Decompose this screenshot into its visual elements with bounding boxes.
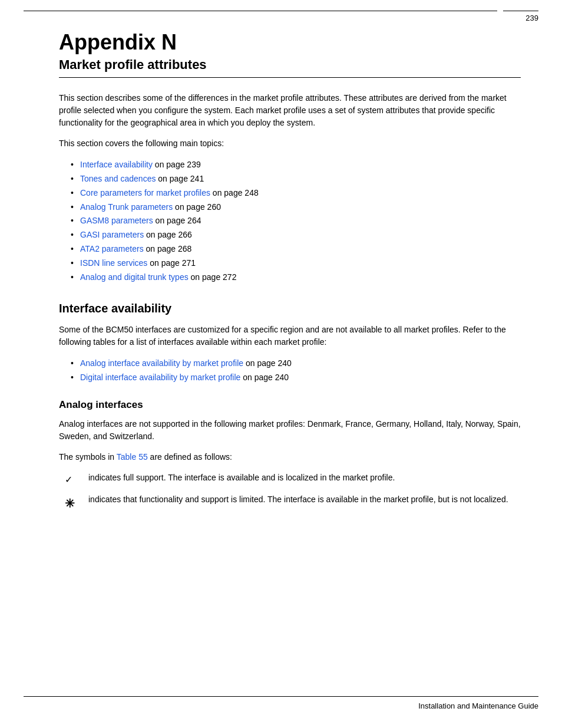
list-item: Digital interface availability by market… xyxy=(71,371,521,385)
interface-availability-heading: Interface availability xyxy=(59,302,521,315)
content-area: Appendix N Market profile attributes Thi… xyxy=(59,0,521,568)
gasm8-link[interactable]: GASM8 parameters xyxy=(80,216,153,225)
interface-availability-body: Some of the BCM50 interfaces are customi… xyxy=(59,324,521,348)
topic-suffix-8: on page 272 xyxy=(189,272,237,282)
topic-suffix-2: on page 248 xyxy=(210,188,259,197)
asterisk-description: indicates that functionality and support… xyxy=(88,493,521,506)
digital-interface-link[interactable]: Digital interface availability by market… xyxy=(80,373,240,382)
gasi-link[interactable]: GASI parameters xyxy=(80,230,144,239)
appendix-title: Market profile attributes xyxy=(59,57,521,73)
topic-suffix-4: on page 264 xyxy=(153,216,201,225)
asterisk-icon: ✳ xyxy=(65,493,88,513)
topic-suffix-1: on page 241 xyxy=(156,174,204,183)
body2-suffix: are defined as follows: xyxy=(148,452,232,462)
symbol-item-check: ✓ indicates full support. The interface … xyxy=(65,472,521,487)
appendix-label: Appendix N xyxy=(59,29,521,55)
list-item: ATA2 parameters on page 268 xyxy=(71,242,521,256)
page-number: 239 xyxy=(503,11,538,22)
footer: Installation and Maintenance Guide xyxy=(24,696,538,710)
isdn-link[interactable]: ISDN line services xyxy=(80,258,147,268)
list-item: Analog Trunk parameters on page 260 xyxy=(71,200,521,215)
list-item: Analog and digital trunk types on page 2… xyxy=(71,271,521,285)
analog-interfaces-heading: Analog interfaces xyxy=(59,399,521,411)
list-item: GASI parameters on page 266 xyxy=(71,228,521,242)
list-item: Core parameters for market profiles on p… xyxy=(71,186,521,200)
check-icon: ✓ xyxy=(65,472,88,487)
topic-suffix-0: on page 239 xyxy=(153,160,201,169)
topic-suffix-3: on page 260 xyxy=(173,202,221,212)
title-divider xyxy=(59,77,521,78)
list-item: Interface availability on page 239 xyxy=(71,158,521,172)
symbol-item-asterisk: ✳ indicates that functionality and suppo… xyxy=(65,493,521,513)
list-item: ISDN line services on page 271 xyxy=(71,256,521,271)
topic-suffix-7: on page 271 xyxy=(147,258,196,268)
list-item: Tones and cadences on page 241 xyxy=(71,172,521,186)
tones-cadences-link[interactable]: Tones and cadences xyxy=(80,174,156,183)
analog-interface-suffix: on page 240 xyxy=(243,358,292,368)
top-border xyxy=(24,11,497,11)
topics-list: Interface availability on page 239 Tones… xyxy=(71,158,521,284)
list-item: Analog interface availability by market … xyxy=(71,357,521,371)
interface-availability-link[interactable]: Interface availability xyxy=(80,160,153,169)
topic-suffix-6: on page 268 xyxy=(144,244,192,253)
analog-digital-link[interactable]: Analog and digital trunk types xyxy=(80,272,189,282)
ata2-link[interactable]: ATA2 parameters xyxy=(80,244,144,253)
digital-interface-suffix: on page 240 xyxy=(240,373,289,382)
topic-suffix-5: on page 266 xyxy=(144,230,192,239)
page-container: 239 Appendix N Market profile attributes… xyxy=(0,0,562,728)
analog-interface-link[interactable]: Analog interface availability by market … xyxy=(80,358,243,368)
analog-interfaces-body2: The symbols in Table 55 are defined as f… xyxy=(59,451,521,463)
core-parameters-link[interactable]: Core parameters for market profiles xyxy=(80,188,210,197)
check-description: indicates full support. The interface is… xyxy=(88,472,521,484)
body2-prefix: The symbols in xyxy=(59,452,117,462)
list-item: GASM8 parameters on page 264 xyxy=(71,214,521,228)
interface-links-list: Analog interface availability by market … xyxy=(71,357,521,385)
symbol-list: ✓ indicates full support. The interface … xyxy=(65,472,521,513)
footer-text: Installation and Maintenance Guide xyxy=(418,701,538,710)
table55-link[interactable]: Table 55 xyxy=(117,452,148,462)
analog-interfaces-body1: Analog interfaces are not supported in t… xyxy=(59,418,521,443)
analog-trunk-link[interactable]: Analog Trunk parameters xyxy=(80,202,173,212)
intro-paragraph: This section describes some of the diffe… xyxy=(59,92,521,129)
topics-intro: This section covers the following main t… xyxy=(59,137,521,150)
